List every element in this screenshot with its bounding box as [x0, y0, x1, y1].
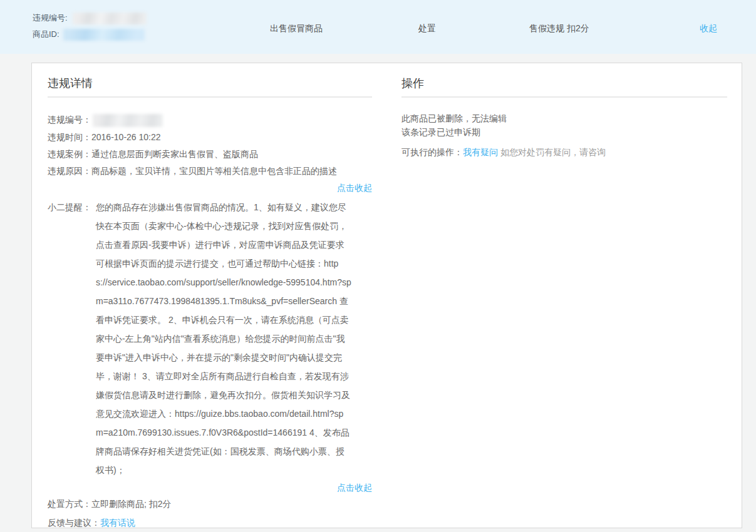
violation-detail-panel: 违规详情 违规编号： 违规时间：2016-10-26 10:22 违规案例：通过… — [31, 63, 742, 528]
redacted-violation-number-value — [93, 114, 163, 127]
field-feedback-label: 反馈与建议： — [48, 518, 100, 528]
field-violation-number: 违规编号： — [48, 111, 372, 129]
section-divider — [48, 96, 372, 98]
operation-section: 操作 此商品已被删除，无法编辑 该条记录已过申诉期 可执行的操作：我有疑问 如您… — [401, 63, 727, 160]
section-divider — [401, 96, 727, 98]
staff-remind-label: 小二提醒： — [48, 198, 96, 479]
summary-ids: 违规编号: 商品ID: — [33, 10, 147, 43]
have-question-link[interactable]: 我有疑问 — [463, 147, 498, 157]
staff-remind-block: 小二提醒： 您的商品存在涉嫌出售假冒商品的情况。1、如有疑义，建议您尽 快在本页… — [48, 198, 372, 479]
question-hint: 如您对处罚有疑问，请咨询 — [500, 147, 606, 157]
field-disposal-label: 处置方式： — [48, 499, 91, 509]
violation-summary-bar: 违规编号: 商品ID: 出售假冒商品 处置 售假违规 扣2分 收起 — [0, 0, 756, 54]
reason-collapse-row: 点击收起 — [48, 180, 372, 196]
field-violation-case: 违规案例：通过信息层面判断卖家出售假冒、盗版商品 — [48, 146, 372, 163]
collapse-remind-link[interactable]: 点击收起 — [337, 483, 372, 493]
field-violation-time-label: 违规时间： — [48, 132, 91, 142]
violation-detail-title: 违规详情 — [48, 76, 372, 91]
field-disposal: 处置方式：立即删除商品; 扣2分 — [48, 496, 372, 513]
field-violation-case-label: 违规案例： — [48, 149, 91, 159]
redacted-product-id — [63, 29, 145, 41]
field-violation-time: 违规时间：2016-10-26 10:22 — [48, 129, 372, 146]
field-violation-case-value: 通过信息层面判断卖家出售假冒、盗版商品 — [91, 149, 258, 159]
field-violation-reason-value: 商品标题，宝贝详情，宝贝图片等相关信息中包含非正品的描述 — [91, 166, 337, 176]
field-violation-reason: 违规原因：商品标题，宝贝详情，宝贝图片等相关信息中包含非正品的描述 — [48, 163, 372, 180]
field-violation-time-value: 2016-10-26 10:22 — [91, 132, 161, 142]
collapse-record-link[interactable]: 收起 — [700, 23, 717, 34]
violation-detail-section: 违规详情 违规编号： 违规时间：2016-10-26 10:22 违规案例：通过… — [48, 63, 372, 531]
operation-executable-row: 可执行的操作：我有疑问 如您对处罚有疑问，请咨询 — [401, 145, 727, 160]
field-disposal-value: 立即删除商品; 扣2分 — [91, 499, 172, 509]
collapse-reason-link[interactable]: 点击收起 — [337, 183, 372, 193]
executable-label: 可执行的操作： — [401, 147, 463, 157]
field-violation-number-label: 违规编号： — [48, 115, 91, 125]
summary-violation-type: 出售假冒商品 — [270, 23, 323, 34]
summary-violation-no-label: 违规编号: — [33, 10, 68, 26]
redacted-violation-number — [73, 13, 147, 24]
remind-collapse-row: 点击收起 — [48, 479, 372, 496]
operation-status-line1: 此商品已被删除，无法编辑 — [401, 111, 727, 125]
summary-penalty: 售假违规 扣2分 — [529, 23, 589, 34]
summary-product-id-label: 商品ID: — [33, 26, 60, 43]
feedback-link[interactable]: 我有话说 — [100, 518, 135, 528]
operation-title: 操作 — [401, 76, 727, 91]
operation-status-line2: 该条记录已过申诉期 — [401, 125, 727, 139]
field-violation-reason-label: 违规原因： — [48, 166, 91, 176]
summary-action: 处置 — [418, 23, 436, 34]
field-feedback: 反馈与建议：我有话说 — [48, 514, 372, 531]
staff-remind-text: 您的商品存在涉嫌出售假冒商品的情况。1、如有疑义，建议您尽 快在本页面（卖家中心… — [96, 198, 372, 479]
